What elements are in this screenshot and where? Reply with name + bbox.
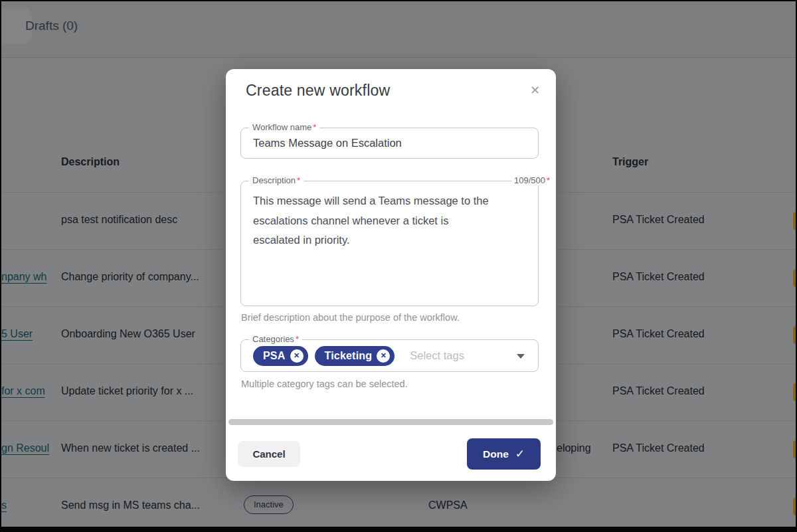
dialog-title: Create new workflow — [246, 82, 390, 100]
tag-label: PSA — [263, 350, 286, 362]
description-helper-text: Brief description about the purpose of t… — [241, 312, 460, 323]
required-asterisk: * — [547, 175, 550, 185]
description-label: Description* — [249, 175, 304, 185]
tags-container: PSA ✕ Ticketing ✕ Select tags — [241, 340, 538, 371]
required-asterisk: * — [313, 122, 316, 132]
label-text: Workflow name — [252, 122, 311, 132]
workflow-name-label: Workflow name* — [249, 122, 319, 132]
cancel-button[interactable]: Cancel — [238, 441, 300, 467]
chevron-down-icon[interactable] — [517, 354, 525, 359]
workflow-name-input[interactable]: Teams Message on Escalation — [241, 128, 538, 158]
categories-field[interactable]: Categories* PSA ✕ Ticketing ✕ Select tag… — [240, 339, 539, 372]
categories-helper-text: Multiple category tags can be selected. — [241, 379, 408, 389]
categories-label: Categories* — [249, 334, 302, 344]
label-text: Description — [252, 175, 296, 185]
label-text: Categories — [252, 334, 294, 344]
description-textarea[interactable]: This message will send a Teams message t… — [253, 191, 526, 250]
tag-ticketing[interactable]: Ticketing ✕ — [315, 346, 395, 366]
tags-placeholder: Select tags — [410, 349, 464, 362]
remove-tag-icon[interactable]: ✕ — [290, 349, 304, 363]
required-asterisk: * — [297, 175, 300, 185]
check-icon: ✓ — [515, 447, 525, 461]
horizontal-scrollbar[interactable] — [228, 419, 553, 425]
screen: Drafts (0) Description Trigger psa test … — [0, 0, 797, 532]
char-counter: 109/500* — [512, 175, 552, 185]
done-label: Done — [483, 448, 509, 460]
close-icon[interactable]: ✕ — [530, 84, 540, 97]
remove-tag-icon[interactable]: ✕ — [377, 349, 390, 363]
tag-psa[interactable]: PSA ✕ — [253, 346, 308, 366]
done-button[interactable]: Done ✓ — [467, 438, 541, 470]
tag-label: Ticketing — [325, 350, 373, 362]
create-workflow-dialog: Create new workflow ✕ Workflow name* Tea… — [226, 69, 556, 481]
description-field[interactable]: Description* 109/500* This message will … — [240, 181, 539, 306]
workflow-name-field[interactable]: Workflow name* Teams Message on Escalati… — [240, 128, 539, 159]
required-asterisk: * — [296, 334, 299, 344]
counter-text: 109/500 — [514, 175, 545, 185]
